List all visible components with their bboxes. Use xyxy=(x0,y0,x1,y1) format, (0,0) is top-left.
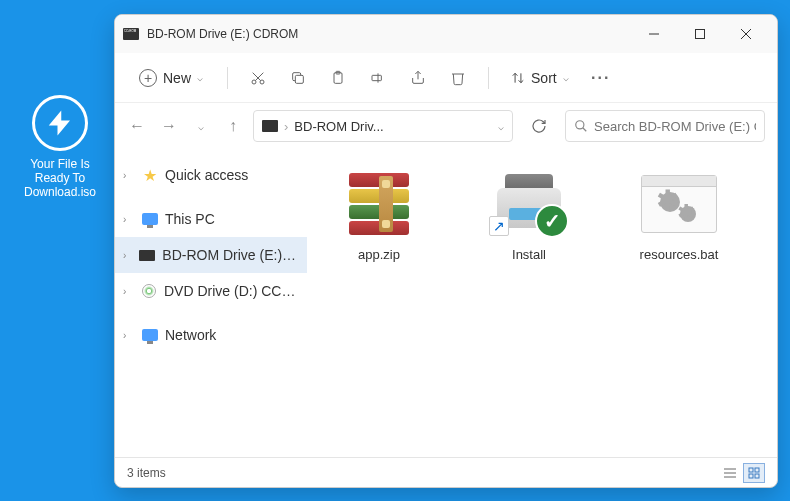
chevron-down-icon: ⌵ xyxy=(197,72,203,83)
cut-button[interactable] xyxy=(240,60,276,96)
shortcut-arrow-icon: ↗ xyxy=(489,216,509,236)
file-resources-bat[interactable]: resources.bat xyxy=(619,161,739,270)
drive-icon xyxy=(138,246,156,264)
titlebar[interactable]: BD-ROM Drive (E:) CDROM xyxy=(115,15,777,53)
details-view-button[interactable] xyxy=(719,463,741,483)
file-app-zip[interactable]: app.zip xyxy=(319,161,439,270)
svg-rect-21 xyxy=(749,468,753,472)
toolbar: + New ⌵ Sort ⌵ ··· xyxy=(115,53,777,103)
sidebar-item-bdrom[interactable]: › BD-ROM Drive (E:) CDROM xyxy=(115,237,307,273)
separator xyxy=(227,67,228,89)
svg-line-17 xyxy=(583,128,587,132)
explorer-window: BD-ROM Drive (E:) CDROM + New ⌵ Sort ⌵ ·… xyxy=(114,14,778,488)
nav-label: DVD Drive (D:) CCCCC xyxy=(164,283,299,299)
svg-rect-24 xyxy=(755,474,759,478)
address-row: ← → ⌵ ↑ › BD-ROM Driv... ⌵ xyxy=(115,103,777,149)
svg-point-16 xyxy=(576,121,584,129)
sidebar-item-quick-access[interactable]: › ★ Quick access xyxy=(115,157,307,193)
file-label: Install xyxy=(473,247,585,262)
rename-button[interactable] xyxy=(360,60,396,96)
monitor-icon xyxy=(141,210,159,228)
copy-button[interactable] xyxy=(280,60,316,96)
more-button[interactable]: ··· xyxy=(583,60,619,96)
window-title: BD-ROM Drive (E:) CDROM xyxy=(147,27,631,41)
chevron-right-icon: › xyxy=(284,119,288,134)
back-button[interactable]: ← xyxy=(127,116,147,136)
desktop-iso-shortcut[interactable]: Your File Is Ready To Download.iso xyxy=(20,95,100,199)
icons-view-button[interactable] xyxy=(743,463,765,483)
search-icon xyxy=(574,119,588,133)
item-count: 3 items xyxy=(127,466,166,480)
drive-icon xyxy=(262,120,278,132)
status-bar: 3 items xyxy=(115,457,777,487)
close-button[interactable] xyxy=(723,18,769,50)
zip-icon xyxy=(339,169,419,239)
sort-label: Sort xyxy=(531,70,557,86)
chevron-right-icon: › xyxy=(123,250,132,261)
nav-label: BD-ROM Drive (E:) CDROM xyxy=(162,247,299,263)
check-icon: ✓ xyxy=(535,204,569,238)
svg-rect-8 xyxy=(295,75,303,83)
file-label: app.zip xyxy=(323,247,435,262)
file-install[interactable]: ✓ ↗ Install xyxy=(469,161,589,270)
svg-rect-22 xyxy=(755,468,759,472)
file-list[interactable]: app.zip ✓ ↗ Install xyxy=(307,149,777,457)
separator xyxy=(488,67,489,89)
sidebar-item-network[interactable]: › Network xyxy=(115,317,307,353)
sort-icon xyxy=(511,71,525,85)
new-label: New xyxy=(163,70,191,86)
svg-rect-1 xyxy=(696,30,705,39)
up-button[interactable]: ↑ xyxy=(223,116,243,136)
chevron-right-icon: › xyxy=(123,214,135,225)
maximize-button[interactable] xyxy=(677,18,723,50)
gear-icon xyxy=(680,206,696,222)
svg-rect-11 xyxy=(372,75,381,80)
svg-rect-23 xyxy=(749,474,753,478)
chevron-down-icon: ⌵ xyxy=(563,72,569,83)
chevron-right-icon: › xyxy=(123,330,135,341)
refresh-button[interactable] xyxy=(523,110,555,142)
address-bar[interactable]: › BD-ROM Driv... ⌵ xyxy=(253,110,513,142)
plus-icon: + xyxy=(139,69,157,87)
sidebar-item-this-pc[interactable]: › This PC xyxy=(115,201,307,237)
file-label: resources.bat xyxy=(623,247,735,262)
nav-label: Network xyxy=(165,327,216,343)
chevron-down-icon[interactable]: ⌵ xyxy=(498,121,504,132)
paste-button[interactable] xyxy=(320,60,356,96)
search-bar[interactable] xyxy=(565,110,765,142)
navigation-pane: › ★ Quick access › This PC › BD-ROM Driv… xyxy=(115,149,307,457)
nav-label: This PC xyxy=(165,211,215,227)
star-icon: ★ xyxy=(141,166,159,184)
chevron-right-icon: › xyxy=(123,170,135,181)
new-button[interactable]: + New ⌵ xyxy=(127,63,215,93)
share-button[interactable] xyxy=(400,60,436,96)
lightning-icon xyxy=(32,95,88,151)
delete-button[interactable] xyxy=(440,60,476,96)
forward-button[interactable]: → xyxy=(159,116,179,136)
sort-button[interactable]: Sort ⌵ xyxy=(501,64,579,92)
recent-button[interactable]: ⌵ xyxy=(191,116,211,136)
bat-icon xyxy=(639,169,719,239)
iso-label: Your File Is Ready To Download.iso xyxy=(20,157,100,199)
disc-icon xyxy=(140,282,158,300)
sidebar-item-dvd[interactable]: › DVD Drive (D:) CCCCC xyxy=(115,273,307,309)
search-input[interactable] xyxy=(594,119,756,134)
minimize-button[interactable] xyxy=(631,18,677,50)
drive-icon xyxy=(123,28,139,40)
address-path: BD-ROM Driv... xyxy=(294,119,492,134)
printer-shortcut-icon: ✓ ↗ xyxy=(489,169,569,239)
network-icon xyxy=(141,326,159,344)
chevron-right-icon: › xyxy=(123,286,134,297)
nav-label: Quick access xyxy=(165,167,248,183)
